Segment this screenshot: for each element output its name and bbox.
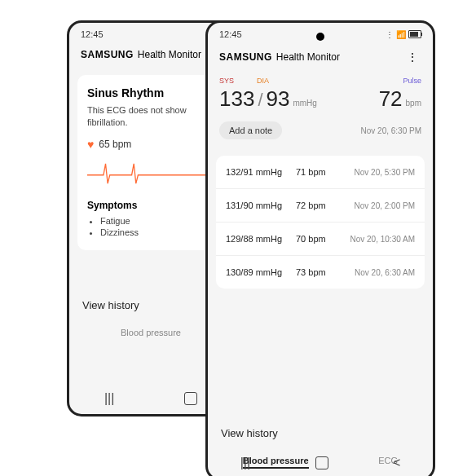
pulse-unit: bpm <box>406 99 421 108</box>
history-row[interactable]: 132/91 mmHg 71 bpm Nov 20, 5:30 PM <box>216 156 425 189</box>
recents-button[interactable]: ||| <box>104 391 114 406</box>
history-bp: 132/91 mmHg <box>226 167 296 177</box>
history-list[interactable]: 132/91 mmHg 71 bpm Nov 20, 5:30 PM 131/9… <box>216 156 425 289</box>
reading-time: Nov 20, 6:30 PM <box>361 126 421 135</box>
brand-logo: SAMSUNG <box>219 51 272 63</box>
sys-value: 133 <box>219 86 254 112</box>
dia-value: 93 <box>267 86 290 112</box>
bp-values-row: 133 / 93 mmHg 72 bpm <box>208 86 433 121</box>
nav-bar: ||| < <box>208 447 433 475</box>
history-time: Nov 20, 5:30 PM <box>355 168 415 177</box>
symptoms-title: Symptoms <box>87 200 214 211</box>
app-title: Health Monitor <box>138 49 201 60</box>
bp-labels-row: SYS DIA Pulse <box>208 73 433 86</box>
sinus-rhythm-title: Sinus Rhythm <box>87 86 214 99</box>
back-button[interactable]: < <box>393 456 400 470</box>
battery-icon <box>408 30 421 38</box>
history-time: Nov 20, 2:00 PM <box>355 201 415 210</box>
history-bp: 131/90 mmHg <box>226 201 296 210</box>
pulse-label: Pulse <box>403 77 421 85</box>
history-bp: 130/89 mmHg <box>226 267 296 277</box>
recents-button[interactable]: ||| <box>240 456 250 470</box>
home-button[interactable] <box>315 456 328 469</box>
tab-blood-pressure[interactable]: Blood pressure <box>121 328 181 337</box>
symptom-item: Fatigue <box>100 216 214 226</box>
wifi-icon: ⋮ <box>386 30 394 39</box>
bpm-row: ♥ 65 bpm <box>87 138 214 151</box>
ecg-card: Sinus Rhythm This ECG does not show fibr… <box>77 75 224 250</box>
history-time: Nov 20, 6:30 AM <box>355 268 415 277</box>
sys-label: SYS <box>219 77 234 85</box>
history-time: Nov 20, 10:30 AM <box>350 235 416 244</box>
app-header: SAMSUNG Health Monitor ⋮ <box>208 46 433 73</box>
history-bpm: 72 bpm <box>296 201 338 210</box>
bp-separator: / <box>258 90 262 111</box>
bpm-value: 65 bpm <box>99 139 131 150</box>
phone-bp-screen: 12:45 ⋮ 📶 SAMSUNG Health Monitor ⋮ SYS D… <box>205 20 435 476</box>
history-bpm: 70 bpm <box>296 234 338 244</box>
view-history-button[interactable]: View history <box>208 417 433 449</box>
history-row[interactable]: 131/90 mmHg 72 bpm Nov 20, 2:00 PM <box>216 189 425 223</box>
ecg-waveform <box>87 157 214 190</box>
status-time: 12:45 <box>81 29 221 39</box>
pulse-value: 72 <box>379 86 403 112</box>
bp-unit: mmHg <box>293 99 316 108</box>
symptoms-list: Fatigue Dizziness <box>87 216 214 237</box>
camera-cutout <box>316 33 324 41</box>
dia-label: DIA <box>257 77 269 85</box>
note-row: Add a note Nov 20, 6:30 PM <box>208 121 433 149</box>
history-bpm: 73 bpm <box>296 267 338 277</box>
home-button[interactable] <box>184 392 197 405</box>
signal-icon: 📶 <box>396 30 406 39</box>
history-row[interactable]: 130/89 mmHg 73 bpm Nov 20, 6:30 AM <box>216 256 425 289</box>
symptom-item: Dizziness <box>100 227 214 237</box>
status-icons: ⋮ 📶 <box>386 30 421 39</box>
heart-icon: ♥ <box>87 138 94 151</box>
more-options-icon[interactable]: ⋮ <box>403 49 421 65</box>
sinus-rhythm-desc: This ECG does not show fibrillation. <box>87 104 214 130</box>
app-title: Health Monitor <box>276 51 340 63</box>
status-time: 12:45 <box>219 29 386 39</box>
history-bpm: 71 bpm <box>296 167 338 177</box>
brand-logo: SAMSUNG <box>81 49 134 60</box>
history-row[interactable]: 129/88 mmHg 70 bpm Nov 20, 10:30 AM <box>216 223 425 256</box>
add-note-button[interactable]: Add a note <box>219 121 282 139</box>
history-bp: 129/88 mmHg <box>226 234 296 244</box>
